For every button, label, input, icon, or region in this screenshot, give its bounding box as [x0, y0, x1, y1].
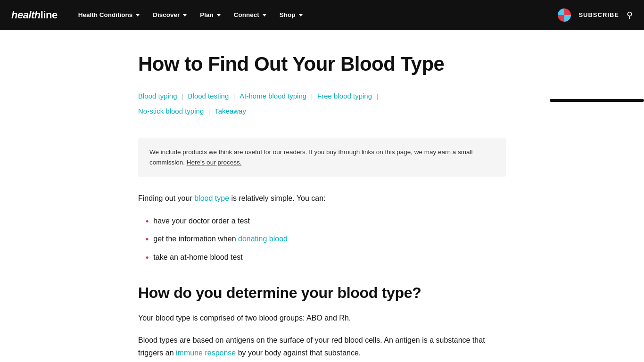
bullet-dot-icon: • — [146, 214, 149, 229]
intro-paragraph: Finding out your blood type is relativel… — [138, 192, 506, 205]
chevron-down-icon — [299, 14, 303, 16]
language-globe-icon[interactable] — [558, 8, 571, 22]
chevron-down-icon — [263, 14, 266, 16]
search-icon[interactable]: ⚲ — [627, 8, 633, 22]
immune-response-link[interactable]: immune response — [176, 349, 236, 357]
subscribe-button[interactable]: SUBSCRIBE — [578, 10, 619, 20]
donating-blood-link[interactable]: donating blood — [238, 235, 288, 243]
toc-link-blood-testing[interactable]: Blood testing — [188, 90, 229, 102]
scroll-progress-indicator — [550, 99, 644, 102]
disclaimer-text: We include products we think are useful … — [149, 147, 495, 167]
list-item: • have your doctor order a test — [146, 214, 506, 229]
nav-shop[interactable]: Shop — [274, 6, 308, 24]
list-item: • get the information when donating bloo… — [146, 232, 506, 247]
toc-link-takeaway[interactable]: Takeaway — [215, 106, 246, 117]
bullet-dot-icon: • — [146, 232, 149, 247]
site-logo[interactable]: healthline — [11, 7, 58, 23]
nav-connect[interactable]: Connect — [228, 6, 272, 24]
nav-health-conditions[interactable]: Health Conditions — [73, 6, 146, 24]
nav-items: Health Conditions Discover Plan Connect … — [73, 6, 558, 24]
section1-para1: Your blood type is comprised of two bloo… — [138, 312, 506, 324]
chevron-down-icon — [183, 14, 187, 16]
toc-link-free-blood-typing[interactable]: Free blood typing — [317, 90, 372, 102]
navigation: healthline Health Conditions Discover Pl… — [0, 0, 644, 30]
nav-plan[interactable]: Plan — [194, 6, 226, 24]
table-of-contents: Blood typing | Blood testing | At-home b… — [138, 90, 506, 121]
chevron-down-icon — [136, 14, 140, 16]
toc-link-blood-typing[interactable]: Blood typing — [138, 90, 177, 102]
bullet-dot-icon: • — [146, 251, 149, 265]
list-item: • take an at-home blood test — [146, 251, 506, 265]
toc-row-1: Blood typing | Blood testing | At-home b… — [138, 90, 506, 102]
blood-type-link[interactable]: blood type — [194, 194, 229, 202]
toc-row-2: No-stick blood typing | Takeaway — [138, 106, 506, 117]
article-content: How to Find Out Your Blood Type Blood ty… — [119, 30, 525, 362]
nav-discover[interactable]: Discover — [147, 6, 192, 24]
disclaimer-process-link[interactable]: Here's our process. — [187, 159, 242, 166]
nav-right: SUBSCRIBE ⚲ — [558, 8, 633, 22]
toc-link-no-stick-blood-typing[interactable]: No-stick blood typing — [138, 106, 204, 117]
toc-link-at-home-blood-typing[interactable]: At-home blood typing — [239, 90, 306, 102]
chevron-down-icon — [217, 14, 221, 16]
section1-para2: Blood types are based on antigens on the… — [138, 334, 506, 359]
bullet-list: • have your doctor order a test • get th… — [138, 214, 506, 265]
section-heading-determine-blood-type: How do you determine your blood type? — [138, 284, 506, 302]
disclaimer-box: We include products we think are useful … — [138, 138, 506, 177]
article-title: How to Find Out Your Blood Type — [138, 53, 506, 75]
